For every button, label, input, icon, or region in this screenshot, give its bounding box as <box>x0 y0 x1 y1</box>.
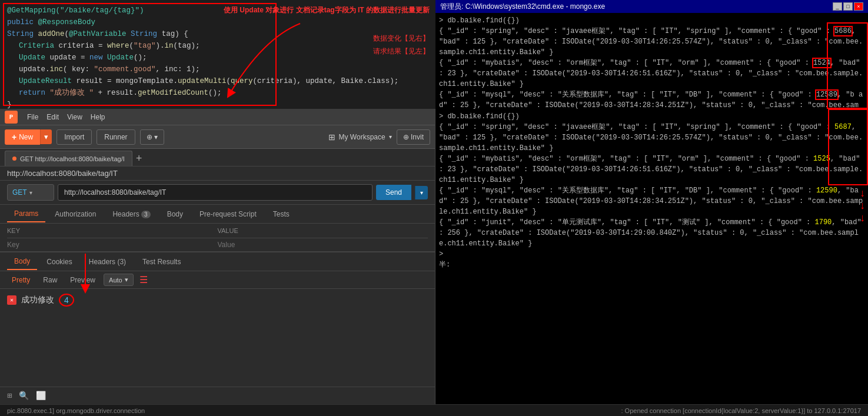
cmd-query-before: > db.baike.find({}) <box>439 15 864 26</box>
code-line-6: update.inc( key: "comment.good", inc: 1)… <box>7 64 428 75</box>
params-input-row <box>7 238 428 251</box>
tab-tests[interactable]: Tests <box>266 207 297 222</box>
menu-help[interactable]: Help <box>91 113 105 121</box>
code-line-2: public @ResponseBody <box>7 16 428 28</box>
plus-button[interactable]: ⊕ ▾ <box>140 129 164 145</box>
cmd-record-3-after: { "_id" : "mysql", "desc" : "关系型数据库", "t… <box>439 185 864 217</box>
import-button[interactable]: Import <box>56 129 92 145</box>
raw-button[interactable]: Raw <box>38 274 62 286</box>
tab-label: GET http://localhost:8080/baike/tag/I <box>20 155 125 162</box>
cmd-content-bottom: > db.baike.find({}) { "_id" : "spring", … <box>435 109 868 404</box>
code-line-5: Update update = new Update(); <box>7 52 428 64</box>
cmd-record-1-after: { "_id" : "spring", "desc" : "javaee框架",… <box>439 122 864 154</box>
annotation-box: 使用 Update 对象进行 文档记录tag字段为 IT 的数据进行批量更新 <box>224 5 430 16</box>
annotation-sub: 数据变化【见右】 请求结果【见左】 <box>373 32 430 58</box>
close-btn[interactable]: × <box>854 2 863 11</box>
response-result-row: ✕ 成功修改 4 <box>7 294 428 307</box>
param-value-input[interactable] <box>218 241 428 249</box>
url-display-area: http://localhost:8080/baike/tag/IT <box>0 167 435 181</box>
response-area: Body Cookies Headers (3) Test Results Pr… <box>0 252 435 404</box>
params-header-row: KEY VALUE <box>7 224 428 238</box>
resp-tab-body[interactable]: Body <box>7 254 37 270</box>
menu-file[interactable]: File <box>27 113 38 121</box>
tab-bar: GET http://localhost:8080/baike/tag/I + <box>0 149 435 167</box>
search-icon[interactable]: 🔍 <box>19 391 29 401</box>
cmd-controls-top[interactable]: _ □ × <box>833 2 863 11</box>
value-header: VALUE <box>218 227 428 234</box>
tab-body[interactable]: Body <box>160 207 190 222</box>
param-key-input[interactable] <box>7 241 218 249</box>
method-chevron-icon: ▾ <box>29 189 32 196</box>
code-line-4: Criteria criteria = where("tag").in(tag)… <box>7 40 428 52</box>
resp-tab-results[interactable]: Test Results <box>135 254 188 269</box>
method-select[interactable]: GET ▾ <box>7 184 54 201</box>
workspace-chevron-icon: ▾ <box>389 134 392 140</box>
url-input[interactable] <box>58 184 373 201</box>
format-value: Auto <box>109 277 122 284</box>
grid-icon[interactable]: ⊞ <box>7 391 12 401</box>
code-line-9: } <box>7 99 428 109</box>
pretty-button[interactable]: Pretty <box>7 274 35 286</box>
cmd-record-4-after: { "_id" : "junit", "desc" : "单元测试库", "ta… <box>439 217 864 249</box>
cmd-panel-top: 管理员: C:\Windows\system32\cmd.exe - mongo… <box>435 0 868 109</box>
key-header: KEY <box>7 227 218 234</box>
format-chevron-icon: ▾ <box>125 276 128 284</box>
params-tabs-bar: Params Authorization Headers 3 Body Pre-… <box>0 205 435 224</box>
cmd-titlebar-top: 管理员: C:\Windows\system32\cmd.exe - mongo… <box>435 0 868 13</box>
format-select[interactable]: Auto ▾ <box>104 274 134 286</box>
code-line-7: UpdateResult result = mongoTemplate.upda… <box>7 75 428 87</box>
menu-view[interactable]: View <box>67 113 82 121</box>
code-line-8: return "成功修改 " + result.getModifiedCount… <box>7 87 428 99</box>
response-tabs-bar: Body Cookies Headers (3) Test Results <box>0 252 435 271</box>
tab-get-request[interactable]: GET http://localhost:8080/baike/tag/I <box>5 151 132 166</box>
workspace-selector[interactable]: ⊞ My Workspace ▾ <box>328 132 392 142</box>
format-bar: Pretty Raw Preview Auto ▾ ☰ <box>0 271 435 289</box>
cmd-record-2-before: { "_id" : "mybatis", "desc" : "orm框架", "… <box>439 58 864 89</box>
format-list-icon[interactable]: ☰ <box>139 274 148 286</box>
postman-toolbar: + New ▾ Import Runner ⊕ ▾ ⊞ My Workspace… <box>0 125 435 149</box>
send-dropdown-button[interactable]: ▾ <box>415 186 428 199</box>
url-display: http://localhost:8080/baike/tag/IT <box>7 169 118 178</box>
result-x-icon: ✕ <box>7 295 16 305</box>
code-panel: @GetMapping("/baike/tag/{tag}") public @… <box>0 0 435 109</box>
params-table: KEY VALUE <box>0 224 435 252</box>
new-dropdown-button[interactable]: ▾ <box>40 129 52 144</box>
menu-edit[interactable]: Edit <box>46 113 59 121</box>
response-bottom-icons: ⊞ 🔍 ⬜ <box>0 387 435 404</box>
resp-tab-headers[interactable]: Headers (3) <box>82 254 133 269</box>
maximize-btn[interactable]: □ <box>843 2 853 11</box>
response-body: ✕ 成功修改 4 <box>0 289 435 387</box>
method-label: GET <box>12 188 27 197</box>
result-number: 4 <box>59 294 74 307</box>
cmd-panel-bottom: > db.baike.find({}) { "_id" : "spring", … <box>435 109 868 404</box>
cmd-query-after: > db.baike.find({}) <box>439 111 864 122</box>
tab-dot <box>12 157 16 161</box>
resp-tab-cookies[interactable]: Cookies <box>39 254 79 269</box>
cmd-prompt-bottom: > <box>439 249 864 259</box>
cmd-half: 半: <box>439 259 864 270</box>
cmd-record-1-before: { "_id" : "spring", "desc" : "javaee框架",… <box>439 26 864 58</box>
status-bar: pic.8080.exec.1] org.mongodb.driver.conn… <box>0 404 868 416</box>
tab-authorization[interactable]: Authorization <box>48 207 103 222</box>
send-button[interactable]: Send <box>376 185 411 200</box>
tab-headers[interactable]: Headers 3 <box>105 207 157 222</box>
postman-logo: P <box>5 111 18 124</box>
tab-add-button[interactable]: + <box>136 153 142 166</box>
request-row: GET ▾ Send ▾ <box>0 181 435 205</box>
copy-icon[interactable]: ⬜ <box>36 391 46 401</box>
cmd-content-top: > db.baike.find({}) { "_id" : "spring", … <box>435 13 868 109</box>
workspace-icon: ⊞ <box>328 132 335 142</box>
cmd-record-2-after: { "_id" : "mybatis", "desc" : "orm框架", "… <box>439 154 864 185</box>
result-text: 成功修改 <box>21 295 54 305</box>
postman-titlebar: P File Edit View Help <box>0 109 435 125</box>
minimize-btn[interactable]: _ <box>833 2 842 11</box>
runner-button[interactable]: Runner <box>97 129 135 145</box>
tab-params[interactable]: Params <box>7 206 45 222</box>
new-button[interactable]: + New <box>5 129 40 145</box>
cmd-title-text: 管理员: C:\Windows\system32\cmd.exe - mongo… <box>440 2 605 12</box>
preview-button[interactable]: Preview <box>65 274 100 286</box>
postman-panel: P File Edit View Help + New ▾ Import Run… <box>0 109 435 404</box>
invite-button[interactable]: ⊕ Invit <box>397 129 430 145</box>
status-left: pic.8080.exec.1] org.mongodb.driver.conn… <box>7 407 145 414</box>
tab-prerequest[interactable]: Pre-request Script <box>192 207 264 222</box>
